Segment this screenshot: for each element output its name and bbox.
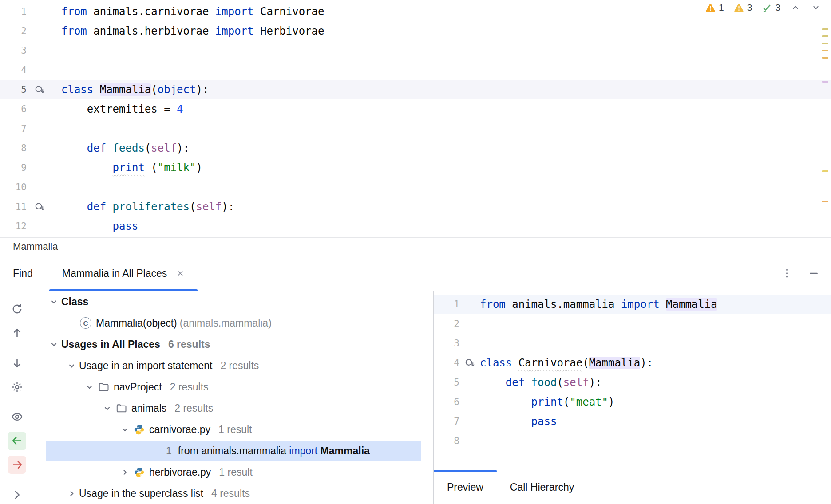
tree-row-usage-in-an-import-statement[interactable]: Usage in an import statement2 results [34,355,433,376]
python-file-icon [132,467,146,478]
breadcrumb-item[interactable]: Mammalia [13,241,58,252]
tree-row-carnivorae-py[interactable]: carnivorae.py1 result [34,419,433,440]
chevron-down-icon[interactable] [64,361,79,371]
tree-row-usages-in-all-places[interactable]: Usages in All Places6 results [34,334,433,355]
chevron-down-icon[interactable] [46,339,61,350]
line-number: 7 [0,119,27,138]
code-line-6[interactable]: 6 extremities = 4 [0,99,831,119]
usage-preview-pane: 1from animals.mammalia import Mammalia23… [434,291,831,504]
tree-row-class[interactable]: Class [34,291,433,312]
chevron-down-icon[interactable] [117,425,132,435]
line-number: 5 [0,80,27,99]
code-text [52,41,61,60]
gutter [459,412,480,431]
code-line-2[interactable]: 2 [434,314,831,334]
code-line-11[interactable]: 11 def proliferates(self): [0,197,831,217]
code-line-5[interactable]: 5class Mammalia(object): [0,80,831,99]
disable-autoscroll-icon[interactable] [8,456,26,474]
preview-usages-icon[interactable] [8,408,26,426]
gutter [27,99,52,119]
find-toolwindow-body: ClassCMammalia(object) (animals.mammalia… [0,291,831,504]
tab-label: Call Hierarchy [510,481,574,493]
tree-row-herbivorae-py[interactable]: herbivorae.py1 result [34,461,433,483]
error-stripe-mark[interactable] [822,28,828,30]
selected-usage-row[interactable]: 1from animals.mammalia import Mammalia [34,440,433,461]
line-number: 8 [0,138,27,158]
code-line-2[interactable]: 2from animals.herbivorae import Herbivor… [0,21,831,41]
chevron-down-icon[interactable] [82,382,97,392]
gutter [27,80,52,99]
has-subclasses-icon[interactable] [34,84,45,95]
breadcrumb-bar: Mammalia [0,237,831,256]
tree-row-navproject[interactable]: navProject2 results [34,376,433,398]
code-line-9[interactable]: 9 print ("milk") [0,158,831,177]
code-line-8[interactable]: 8 [434,431,831,451]
code-text: class Mammalia(object): [52,80,209,99]
code-line-12[interactable]: 12 pass [0,217,831,236]
tree-row-usage-in-the-superclass-list[interactable]: Usage in the superclass list4 results [34,483,433,504]
tab-call-hierarchy[interactable]: Call Hierarchy [497,470,587,504]
code-text: def feeds(self): [52,138,190,158]
gutter [27,119,52,138]
result-count: 2 results [170,381,209,393]
code-line-5[interactable]: 5 def food(self): [434,373,831,392]
code-line-4[interactable]: 4class Carnivorae(Mammalia): [434,353,831,373]
navigate-to-source-icon[interactable] [8,432,26,450]
tab-label: Preview [447,481,483,493]
code-line-3[interactable]: 3 [0,41,831,60]
inspection-counts: 133 [705,2,780,13]
tab-preview[interactable]: Preview [434,470,497,504]
error-stripe-mark[interactable] [822,201,828,202]
tree-label: Usages in All Places [61,339,160,350]
line-number: 2 [0,21,27,41]
has-subclasses-icon[interactable] [464,358,475,369]
next-problem-icon[interactable] [811,2,821,13]
error-stripe-mark[interactable] [822,35,828,37]
code-line-6[interactable]: 6 print("meat") [434,392,831,412]
prev-problem-icon[interactable] [790,2,801,13]
move-up-icon[interactable] [8,324,26,343]
code-text [52,177,61,197]
chevron-right-icon[interactable] [64,488,79,499]
code-line-8[interactable]: 8 def feeds(self): [0,138,831,158]
chevron-down-icon[interactable] [46,297,61,307]
code-line-4[interactable]: 4 [0,60,831,80]
error-stripe-mark[interactable] [822,57,828,59]
minimize-icon[interactable] [808,268,819,279]
code-line-3[interactable]: 3 [434,334,831,353]
move-down-icon[interactable] [8,354,26,373]
expand-toolbar-icon[interactable] [8,485,26,504]
rerun-icon[interactable] [8,300,26,319]
warning-badge[interactable]: 1 [705,2,724,13]
tree-row-animals[interactable]: animals2 results [34,398,433,419]
overridden-method-icon[interactable] [34,201,45,213]
weak-warning-badge[interactable]: 3 [734,2,752,13]
code-text: from animals.herbivorae import Herbivora… [52,21,324,41]
gutter [27,177,52,197]
line-number: 2 [434,314,459,334]
code-line-1[interactable]: 1from animals.mammalia import Mammalia [434,295,831,314]
result-count: 2 results [220,360,259,372]
success-badge[interactable]: 3 [762,2,780,13]
error-stripe-mark[interactable] [822,50,828,51]
tab-mammalia-in-all-places[interactable]: Mammalia in All Places [49,256,198,291]
error-stripe-mark[interactable] [822,170,828,172]
tree-row-mammalia-object-[interactable]: CMammalia(object) (animals.mammalia) [34,312,433,334]
chevron-down-icon[interactable] [99,403,115,413]
pycharm-find-usages-window: 1from animals.carnivorae import Carnivor… [0,0,831,504]
code-line-7[interactable]: 7 pass [434,412,831,431]
code-line-7[interactable]: 7 [0,119,831,138]
more-options-icon[interactable] [781,268,793,279]
error-stripe-mark[interactable] [822,81,828,83]
line-number: 3 [0,41,27,60]
scrollbar-error-stripe[interactable] [821,0,829,237]
close-icon[interactable] [176,269,185,278]
code-line-10[interactable]: 10 [0,177,831,197]
chevron-right-icon[interactable] [117,467,132,477]
code-text: pass [480,412,557,431]
settings-icon[interactable] [8,378,26,396]
gutter [459,353,480,373]
tree-label: Usage in the superclass list [79,488,203,500]
error-stripe-mark[interactable] [822,43,828,44]
gutter [27,158,52,177]
